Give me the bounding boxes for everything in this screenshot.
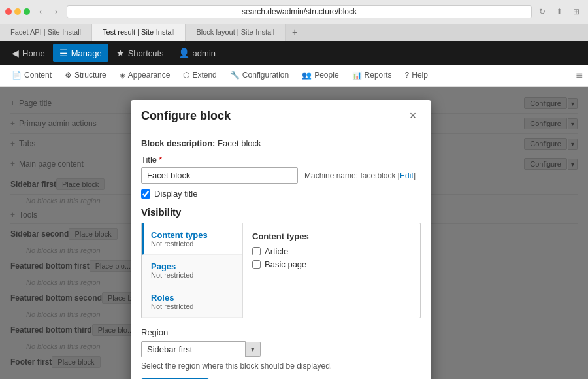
browser-dots [5, 8, 30, 15]
admin-bar: ◀ Home ☰ Manage ★ Shortcuts 👤 admin [0, 41, 588, 65]
content-types-title: Content types [252, 231, 411, 241]
main-content: + Page title Configure ▾ + Primary admin… [0, 87, 588, 379]
home-icon: ◀ [12, 48, 19, 58]
display-title-row: Display title [141, 189, 421, 199]
vis-tab-content-types[interactable]: Content types Not restricted [142, 223, 242, 255]
close-dot[interactable] [5, 8, 12, 15]
help-icon: ? [405, 71, 410, 80]
region-section: Region Sidebar first Sidebar second Cont… [141, 327, 421, 371]
region-dropdown-arrow[interactable]: ▾ [246, 342, 261, 357]
people-icon: 👥 [302, 71, 312, 80]
back-button[interactable]: ‹ [34, 5, 47, 18]
vis-tab-roles[interactable]: Roles Not restricted [142, 286, 242, 318]
configure-block-modal: Configure block × Block description: Fac… [131, 100, 431, 379]
edit-machine-name-link[interactable]: Edit [400, 171, 414, 180]
refresh-button[interactable]: ↻ [536, 5, 549, 18]
user-icon: 👤 [178, 48, 189, 58]
modal-header: Configure block × [131, 100, 431, 129]
structure-icon: ⚙ [65, 71, 72, 80]
admin-bar-manage[interactable]: ☰ Manage [53, 44, 108, 62]
content-type-article: Article [252, 246, 411, 256]
nav-configuration[interactable]: 🔧 Configuration [223, 67, 295, 85]
machine-name-text: Machine name: facetblock [Edit] [304, 171, 416, 180]
block-description: Block description: Facet block [141, 139, 421, 148]
extend-icon: ⬡ [183, 71, 189, 80]
browser-tabs: Facet API | Site-Install Test result | S… [0, 24, 588, 41]
modal-close-button[interactable]: × [405, 108, 421, 124]
title-field-row: Machine name: facetblock [Edit] [141, 167, 421, 184]
admin-bar-shortcuts[interactable]: ★ Shortcuts [110, 44, 171, 62]
display-title-checkbox[interactable] [141, 190, 150, 199]
article-checkbox[interactable] [252, 247, 261, 255]
star-icon: ★ [116, 48, 125, 58]
nav-people[interactable]: 👥 People [295, 67, 345, 85]
nav-collapse[interactable]: ≡ [576, 69, 583, 82]
browser-toolbar: ‹ › search.dev/admin/structure/block ↻ ⬆… [0, 0, 588, 24]
content-type-basic-page: Basic page [252, 259, 411, 269]
browser-tab-block[interactable]: Block layout | Site-Install [186, 24, 286, 41]
region-select[interactable]: Sidebar first Sidebar second Content Hea… [141, 341, 246, 357]
title-input[interactable] [141, 167, 298, 184]
nav-reports[interactable]: 📊 Reports [346, 67, 399, 85]
visibility-tabs-container: Content types Not restricted Pages Not r… [141, 223, 421, 318]
basic-page-checkbox[interactable] [252, 260, 261, 269]
vis-tab-pages[interactable]: Pages Not restricted [142, 255, 242, 286]
new-tab-button[interactable]: ⊞ [570, 5, 583, 18]
add-tab-button[interactable]: + [286, 24, 304, 41]
region-dropdown: Sidebar first Sidebar second Content Hea… [141, 341, 421, 357]
required-indicator: * [159, 155, 162, 165]
nav-structure[interactable]: ⚙ Structure [58, 67, 113, 85]
admin-bar-home[interactable]: ◀ Home [5, 44, 52, 62]
share-button[interactable]: ⬆ [553, 5, 566, 18]
nav-content[interactable]: 📄 Content [5, 67, 58, 85]
menu-icon: ☰ [59, 48, 68, 58]
content-icon: 📄 [12, 71, 22, 80]
config-icon: 🔧 [230, 71, 240, 80]
reports-icon: 📊 [352, 71, 362, 80]
nav-extend[interactable]: ⬡ Extend [176, 67, 223, 85]
visibility-tabs-left: Content types Not restricted Pages Not r… [142, 223, 243, 318]
admin-bar-user[interactable]: 👤 admin [172, 44, 222, 62]
title-field-label: Title * [141, 155, 421, 165]
region-help-text: Select the region where this block shoul… [141, 361, 421, 371]
secondary-nav: 📄 Content ⚙ Structure ◈ Appearance ⬡ Ext… [0, 65, 588, 87]
nav-help[interactable]: ? Help [399, 67, 434, 85]
browser-chrome: ‹ › search.dev/admin/structure/block ↻ ⬆… [0, 0, 588, 41]
maximize-dot[interactable] [24, 8, 30, 15]
browser-tab-test[interactable]: Test result | Site-Install [92, 24, 186, 41]
modal-title: Configure block [141, 109, 231, 123]
region-field-label: Region [141, 327, 421, 337]
display-title-label: Display title [154, 189, 197, 199]
appearance-icon: ◈ [120, 71, 125, 80]
browser-nav: ‹ › [34, 5, 63, 18]
minimize-dot[interactable] [14, 8, 21, 15]
browser-tab-facet[interactable]: Facet API | Site-Install [0, 24, 92, 41]
visibility-tab-content: Content types Article Basic page [243, 223, 420, 318]
nav-appearance[interactable]: ◈ Appearance [113, 67, 177, 85]
block-description-value: Facet block [218, 139, 261, 148]
modal-body: Block description: Facet block Title * M… [131, 129, 431, 379]
address-bar[interactable]: search.dev/admin/structure/block [67, 5, 532, 18]
visibility-label: Visibility [141, 206, 421, 218]
forward-button[interactable]: › [50, 5, 63, 18]
